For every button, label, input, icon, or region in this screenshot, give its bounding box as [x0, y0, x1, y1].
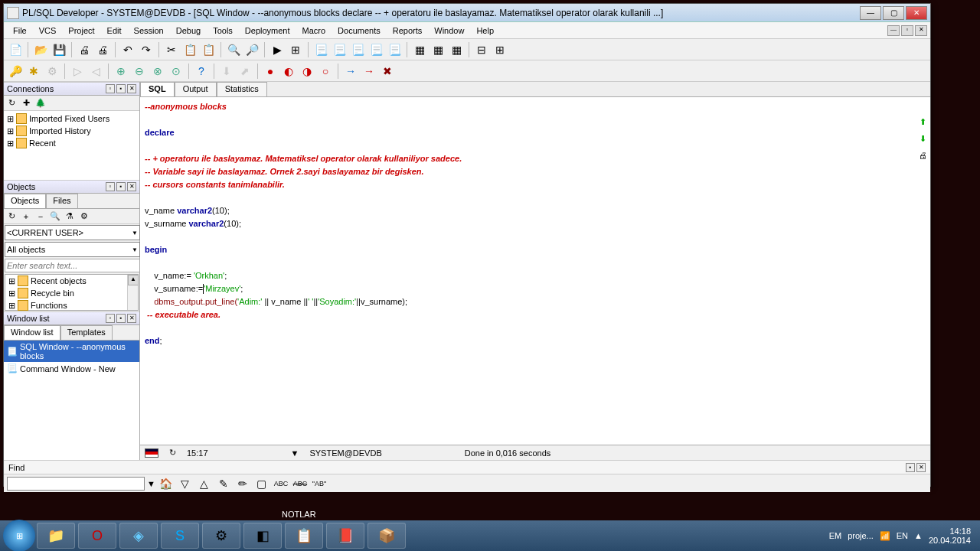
taskbar-explorer[interactable]: 📁: [37, 523, 75, 549]
tab-output[interactable]: Output: [175, 82, 217, 96]
menu-vcs[interactable]: VCS: [33, 24, 63, 37]
undo-icon[interactable]: ↶: [119, 41, 136, 58]
panel-close-icon[interactable]: ✕: [127, 314, 136, 323]
tile-horizontal-icon[interactable]: ⊟: [473, 41, 490, 58]
panel-pin-icon[interactable]: ▪: [116, 314, 126, 323]
commit-icon[interactable]: ⊕: [113, 63, 129, 80]
tray-project[interactable]: proje...: [848, 531, 874, 540]
tree-imported-history[interactable]: ⊞Imported History: [5, 125, 138, 137]
beautifier-icon[interactable]: ✱: [25, 63, 42, 80]
find-up-icon[interactable]: △: [196, 475, 213, 492]
files-tab[interactable]: Files: [46, 194, 77, 208]
obj-functions[interactable]: ⊞Functions: [5, 299, 138, 311]
step-into-icon[interactable]: ⬇: [218, 63, 235, 80]
new-icon[interactable]: 📄: [7, 41, 24, 58]
break-icon[interactable]: ◁: [87, 63, 104, 80]
menu-macro[interactable]: Macro: [296, 24, 332, 37]
print-icon[interactable]: 🖨: [76, 41, 93, 58]
taskbar-pdf[interactable]: 📕: [326, 523, 364, 549]
tree-fixed-users[interactable]: ⊞Imported Fixed Users: [5, 112, 138, 125]
save-icon[interactable]: 💾: [51, 41, 67, 58]
help-icon[interactable]: ?: [193, 63, 210, 80]
obj-filter-icon[interactable]: ⚗: [64, 210, 76, 223]
tab-sql[interactable]: SQL: [140, 82, 175, 96]
find-regex-icon[interactable]: ABC: [292, 475, 309, 492]
object-search-input[interactable]: [5, 259, 140, 272]
tree-icon[interactable]: 🌲: [34, 97, 47, 109]
nav-up-icon[interactable]: ⬆: [916, 117, 929, 129]
menu-deployment[interactable]: Deployment: [239, 24, 296, 37]
taskbar-opera[interactable]: O: [78, 523, 116, 549]
taskbar-app5[interactable]: 📦: [368, 523, 406, 549]
tray-show-hidden-icon[interactable]: ▲: [914, 531, 923, 540]
panel-dock-icon[interactable]: ▫: [106, 84, 115, 93]
panel-close-icon[interactable]: ✕: [127, 84, 136, 93]
maximize-button[interactable]: ▢: [883, 6, 904, 20]
tab-statistics[interactable]: Statistics: [217, 82, 267, 96]
menu-tools[interactable]: Tools: [207, 24, 239, 37]
menu-documents[interactable]: Documents: [332, 24, 387, 37]
open-icon[interactable]: 📂: [32, 41, 49, 58]
menu-file[interactable]: File: [7, 24, 33, 37]
user-combo[interactable]: <CURRENT USER>: [5, 225, 140, 240]
new-program-window-icon[interactable]: 📃: [368, 41, 384, 58]
menu-debug[interactable]: Debug: [170, 24, 207, 37]
disable-breakpoint-icon[interactable]: ○: [317, 63, 334, 80]
tree-recent[interactable]: ⊞Recent: [5, 137, 138, 149]
refresh-status-icon[interactable]: ↻: [169, 448, 176, 458]
taskbar-app3[interactable]: ◧: [243, 523, 282, 549]
tray-lang1[interactable]: EM: [829, 531, 842, 540]
find-close-icon[interactable]: ✕: [916, 463, 926, 472]
wl-command-window[interactable]: 📃Command Window - New: [4, 362, 139, 375]
wl-sql-window[interactable]: 📃SQL Window - --anonymous blocks: [4, 341, 139, 362]
find-next-icon[interactable]: 🔎: [243, 41, 260, 58]
menu-reports[interactable]: Reports: [387, 24, 429, 37]
panel-pin-icon[interactable]: ▪: [116, 84, 126, 93]
print-setup-icon[interactable]: 🖨: [94, 41, 111, 58]
text-importer-icon[interactable]: ▦: [430, 41, 446, 58]
panel-dock-icon[interactable]: ▫: [106, 182, 115, 191]
delete-breakpoint-icon[interactable]: ◑: [299, 63, 315, 80]
run-to-cursor-icon[interactable]: →: [342, 63, 359, 80]
set-transaction-icon[interactable]: ⊗: [149, 63, 166, 80]
cut-icon[interactable]: ✂: [163, 41, 180, 58]
desktop-shortcut-notlar[interactable]: NOTLAR: [282, 510, 316, 519]
obj-plus-icon[interactable]: +: [20, 210, 32, 223]
session-icon[interactable]: ⊙: [168, 63, 185, 80]
find-pin-icon[interactable]: ▪: [906, 463, 915, 472]
taskbar-skype[interactable]: S: [161, 523, 199, 549]
modify-breakpoint-icon[interactable]: ◐: [280, 63, 297, 80]
printer-side-icon[interactable]: 🖨: [916, 151, 929, 163]
new-report-window-icon[interactable]: 📃: [331, 41, 348, 58]
find-selection-icon[interactable]: "AB": [311, 475, 328, 492]
find-whole-word-icon[interactable]: ▢: [253, 475, 270, 492]
new-test-window-icon[interactable]: 📃: [386, 41, 403, 58]
nav-down-icon[interactable]: ⬇: [916, 134, 929, 146]
explain-plan-icon[interactable]: ▶: [269, 41, 286, 58]
execute-icon[interactable]: ▷: [69, 63, 86, 80]
objects-tab[interactable]: Objects: [4, 194, 46, 208]
add-conn-icon[interactable]: ✚: [20, 97, 32, 109]
mdi-minimize-button[interactable]: —: [887, 25, 900, 36]
menu-help[interactable]: Help: [470, 24, 500, 37]
large-data-editor-icon[interactable]: ▦: [411, 41, 428, 58]
obj-recycle[interactable]: ⊞Recycle bin: [5, 287, 138, 299]
continue-icon[interactable]: →: [361, 63, 377, 80]
templates-tab[interactable]: Templates: [60, 325, 113, 340]
toggle-breakpoint-icon[interactable]: ●: [262, 63, 279, 80]
tile-vertical-icon[interactable]: ⊞: [492, 41, 508, 58]
new-command-window-icon[interactable]: 📃: [349, 41, 366, 58]
mdi-close-button[interactable]: ✕: [915, 25, 927, 36]
menu-session[interactable]: Session: [128, 24, 170, 37]
mdi-restore-button[interactable]: ▫: [901, 25, 913, 36]
find-home-icon[interactable]: 🏠: [158, 475, 175, 492]
taskbar-app1[interactable]: ◈: [119, 523, 158, 549]
code-editor[interactable]: --anonymous blocks declare -- + operator…: [140, 97, 930, 445]
obj-recent[interactable]: ⊞Recent objects: [5, 275, 138, 287]
pl-format-icon[interactable]: ⚙: [44, 63, 60, 80]
copy-icon[interactable]: 📋: [181, 41, 198, 58]
close-button[interactable]: ✕: [906, 6, 927, 20]
obj-refresh-icon[interactable]: ↻: [5, 210, 18, 223]
tray-lang2[interactable]: EN: [897, 531, 908, 540]
objects-combo[interactable]: All objects: [5, 242, 140, 257]
